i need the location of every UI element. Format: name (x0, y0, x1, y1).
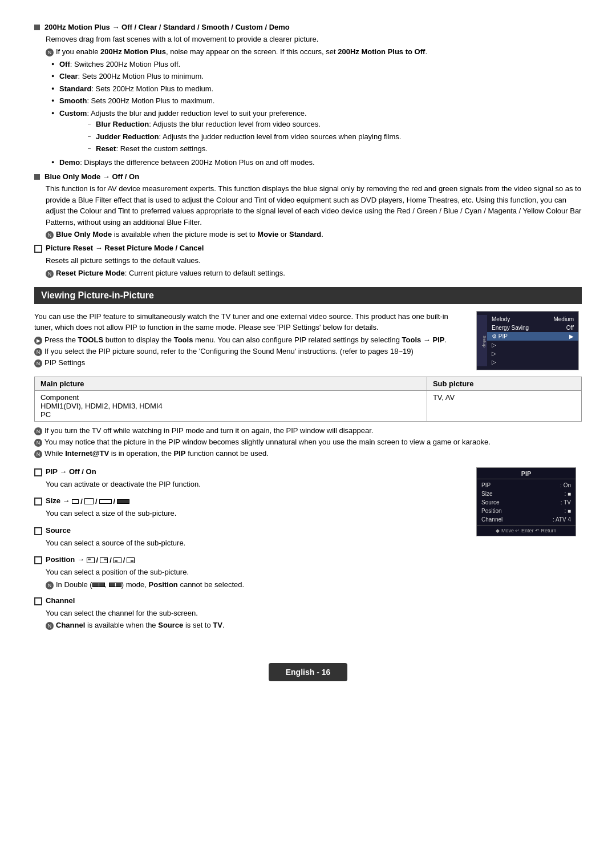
position-note-row: N In Double (, ) mode, Position cannot b… (46, 580, 465, 589)
pip-note4-row: N You may notice that the picture in the… (34, 438, 582, 447)
channel-note: Channel is available when the Source is … (56, 621, 225, 629)
source-checkbox-icon (34, 527, 42, 535)
size-icon-medium (84, 498, 94, 504)
blue-only-note-row: N Blue Only Mode is available when the p… (46, 230, 582, 239)
hz200-note1: If you enable 200Hz Motion Plus, noise m… (56, 47, 427, 56)
pip-table-cell-main: Component HDMI1(DVI), HDMI2, HDMI3, HDMI… (35, 390, 427, 421)
source-desc: You can select a source of the sub-pictu… (46, 537, 465, 549)
pip-menu-source-value: : TV (561, 499, 571, 506)
picture-reset-section: Picture Reset → Reset Picture Mode / Can… (34, 244, 582, 278)
pip-table-cell-sub: TV, AV (427, 390, 581, 421)
pip-menu-col: PIP PIP : On Size : ■ Source : TV Positi… (476, 467, 582, 635)
pip-menu-pip-value: : On (560, 482, 571, 488)
bullet-custom: Custom: Adjusts the blur and judder redu… (51, 108, 582, 155)
pip-menu-row-pip: PIP : On (477, 481, 576, 490)
channel-heading-row: Channel (34, 596, 465, 605)
pip-note3: If you turn the TV off while watching in… (44, 426, 373, 435)
size-heading: Size → / / / (46, 496, 129, 506)
tv-menu-melody-label: Melody (492, 316, 510, 322)
tv-menu-energy-value: Off (566, 325, 574, 331)
note-icon-9: N (34, 450, 42, 458)
pip-off-on-heading: PIP → Off / On (46, 467, 96, 476)
pip-menu-pip-label: PIP (481, 482, 491, 488)
footer-label: English - 16 (286, 668, 331, 677)
pip-off-on-checkbox-icon (34, 468, 42, 476)
picture-reset-note-row: N Reset Picture Mode: Current picture va… (46, 269, 582, 278)
double-icon-1 (92, 583, 105, 587)
picture-reset-heading: Picture Reset → Reset Picture Mode / Can… (46, 244, 204, 252)
pip-off-on-heading-row: PIP → Off / On (34, 467, 465, 476)
hz200-section: 200Hz Motion Plus → Off / Clear / Standa… (34, 23, 582, 168)
pip-note3-row: N If you turn the TV off while watching … (34, 426, 582, 435)
position-note: In Double (, ) mode, Position cannot be … (56, 580, 244, 589)
hz200-heading-row: 200Hz Motion Plus → Off / Clear / Standa… (34, 23, 582, 31)
pip-table-header-main: Main picture (35, 377, 427, 390)
pip-note5-row: N While Internet@TV is in operation, the… (34, 449, 582, 458)
pip-menu-row-source: Source : TV (477, 498, 576, 507)
picture-reset-desc: Resets all picture settings to the defau… (46, 255, 582, 266)
size-icons: / / / (72, 497, 129, 506)
bullet-demo: Demo: Displays the difference between 20… (51, 157, 582, 168)
tv-menu-pip-arrow: ▶ (569, 333, 574, 339)
note-icon-3: N (46, 270, 54, 278)
pip-menu-position-value: : ■ (564, 508, 571, 514)
picture-reset-note: Reset Picture Mode: Current picture valu… (56, 269, 285, 277)
pos-icon-bl (114, 557, 121, 563)
tv-menu-row-pip: ⚙ PIP ▶ (487, 332, 578, 341)
position-heading: Position → / / / (46, 555, 135, 564)
pip-intro-row: You can use the PIP feature to simultane… (34, 311, 582, 372)
pip-off-on-text-col: PIP → Off / On You can activate or deact… (34, 467, 465, 635)
note-icon-10: N (46, 581, 54, 589)
footer: English - 16 (34, 657, 582, 687)
blue-only-desc: This function is for AV device measureme… (46, 183, 582, 228)
pip-note2-row: N If you select the PIP picture sound, r… (34, 347, 465, 356)
pos-icon-tr (100, 557, 108, 563)
pos-icons: / / / (87, 556, 135, 564)
note-icon-7: N (34, 427, 42, 435)
tv-menu-row-1: ▷ (487, 341, 578, 349)
blue-only-heading-row: Blue Only Mode → Off / On (34, 172, 582, 181)
source-heading: Source (46, 526, 71, 535)
blue-only-bullet-icon (34, 174, 40, 180)
hz200-bullet-list: Off: Switches 200Hz Motion Plus off. Cle… (51, 59, 582, 168)
channel-checkbox-icon (34, 597, 42, 605)
channel-note-row: N Channel is available when the Source i… (46, 621, 465, 630)
bullet-smooth: Smooth: Sets 200Hz Motion Plus to maximu… (51, 95, 582, 107)
double-icon-2 (109, 583, 121, 587)
pip-note1: Press the TOOLS button to display the To… (44, 335, 447, 344)
tv-menu-row-2: ▷ (487, 349, 578, 358)
pip-intro: You can use the PIP feature to simultane… (34, 311, 465, 333)
page: 200Hz Motion Plus → Off / Clear / Standa… (34, 23, 582, 687)
position-heading-row: Position → / / / (34, 555, 465, 564)
pip-menu-size-label: Size (481, 491, 492, 497)
pip-menu-title: PIP (477, 470, 576, 479)
tv-menu-sidebar-label: Setup (482, 335, 487, 347)
pos-icon-br (127, 557, 135, 563)
pip-settings-screenshot: PIP PIP : On Size : ■ Source : TV Positi… (476, 467, 576, 536)
pip-table-header-sub: Sub picture (427, 377, 581, 390)
dash-blur: Blur Reduction: Adjusts the blur reducti… (88, 119, 582, 130)
tv-menu-col: Setup Melody Medium Energy Saving Off ⚙ … (476, 311, 582, 372)
size-icon-large (99, 499, 112, 504)
source-heading-row: Source (34, 526, 465, 535)
note-icon-5: N (34, 348, 42, 356)
pip-settings-label: PIP Settings (44, 358, 85, 367)
pip-menu-row-channel: Channel : ATV 4 (477, 515, 576, 524)
bullet-off: Off: Switches 200Hz Motion Plus off. (51, 59, 582, 70)
note-icon-11: N (46, 622, 54, 630)
pip-off-on-row: PIP → Off / On You can activate or deact… (34, 467, 582, 635)
blue-only-section: Blue Only Mode → Off / On This function … (34, 172, 582, 239)
pip-intro-text-col: You can use the PIP feature to simultane… (34, 311, 465, 372)
blue-only-note: Blue Only Mode is available when the pic… (56, 230, 323, 238)
pip-note1-row: ▶ Press the TOOLS button to display the … (34, 335, 465, 345)
dash-reset: Reset: Reset the custom settings. (88, 143, 582, 155)
hz200-dash-list: Blur Reduction: Adjusts the blur reducti… (88, 119, 582, 155)
pip-menu-row-position: Position : ■ (477, 507, 576, 515)
pip-menu-position-label: Position (481, 508, 502, 514)
picture-reset-checkbox-icon (34, 245, 42, 253)
pip-table: Main picture Sub picture Component HDMI1… (34, 377, 582, 422)
pip-settings-label-row: N PIP Settings (34, 358, 465, 367)
hz200-heading: 200Hz Motion Plus → Off / Clear / Standa… (44, 23, 290, 31)
note-icon-8: N (34, 439, 42, 447)
channel-desc: You can select the channel for the sub-s… (46, 608, 465, 619)
